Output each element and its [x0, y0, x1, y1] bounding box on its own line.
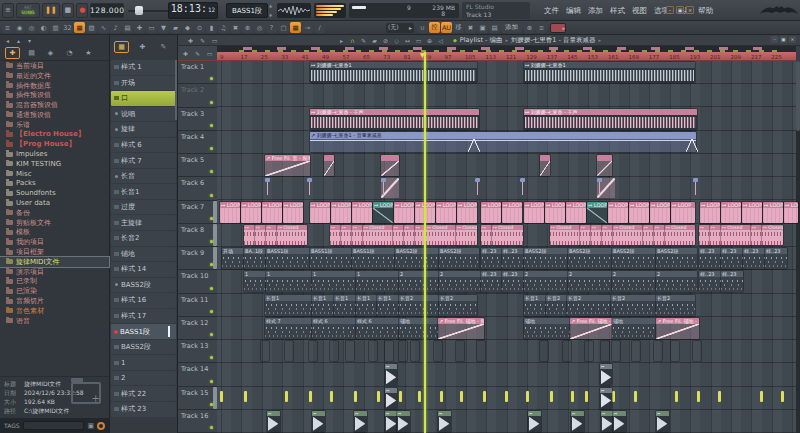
track-header[interactable]: Track 8: [178, 224, 217, 247]
clip-hat[interactable]: ↦: [643, 225, 654, 245]
clip-hat[interactable]: ↦ Closed: [277, 225, 307, 245]
clip-loop[interactable]: ↦ LOOP: [524, 202, 544, 223]
browser-item[interactable]: 备份: [0, 208, 109, 218]
clip-midi[interactable]: 样..23: [721, 271, 743, 292]
folder-plus-icon[interactable]: [71, 382, 101, 404]
close-button[interactable]: ×: [686, 6, 694, 14]
automation-icon[interactable]: ∿: [98, 22, 109, 33]
browser-item[interactable]: 【Electro House】: [0, 130, 109, 140]
plugin-add-icon[interactable]: ✚: [134, 22, 145, 33]
score-icon[interactable]: ♪: [110, 22, 121, 33]
clip-midi[interactable]: 1: [312, 271, 356, 292]
track-mute-led[interactable]: [210, 333, 213, 336]
clip-mini[interactable]: [612, 341, 620, 361]
pl-marker-icon[interactable]: ▭: [205, 49, 214, 58]
stop-button[interactable]: ■: [62, 3, 75, 18]
clip-midi[interactable]: BASS1段: [310, 248, 352, 269]
browser-item[interactable]: User data: [0, 198, 109, 208]
tab-plugins-icon[interactable]: ◈: [43, 47, 58, 59]
oscilloscope[interactable]: [277, 3, 311, 18]
clip-tick[interactable]: [697, 391, 700, 402]
channel-rack-icon[interactable]: ▤: [122, 22, 133, 33]
clip-midi[interactable]: 样..23: [502, 271, 524, 292]
pl-mute-icon[interactable]: ◇: [392, 36, 401, 45]
clip-loop[interactable]: ↦ LOOP: [566, 202, 586, 223]
clip-mini[interactable]: [456, 341, 464, 361]
browser-item[interactable]: 剪贴板文件: [0, 218, 109, 228]
clip-midi[interactable]: BASS1段: [352, 248, 395, 269]
pl-draw-icon[interactable]: ✎: [359, 36, 368, 45]
clip-mini[interactable]: [261, 341, 269, 361]
clip-midi[interactable]: BASS1段: [266, 248, 310, 269]
clip-midi[interactable]: 长音1: [524, 295, 546, 316]
cut-icon[interactable]: ✖: [230, 22, 241, 33]
clip-midi[interactable]: 样式 6: [312, 318, 356, 339]
pl-restore[interactable]: ▣: [780, 36, 787, 43]
track-mute-led[interactable]: [210, 194, 213, 197]
clip-mini[interactable]: [671, 341, 679, 361]
clip-midi[interactable]: BASS2段: [524, 248, 568, 269]
tab-files-icon[interactable]: ▤: [24, 47, 39, 59]
clip-mini[interactable]: [540, 341, 548, 361]
clip-autoP[interactable]: ↗ Free Fil. 铺地 - 频率: [570, 318, 612, 339]
pl-delete-icon[interactable]: ⊘: [381, 36, 390, 45]
pattern-mode-icon[interactable]: ▦: [290, 22, 301, 33]
track-mute-led[interactable]: [210, 356, 213, 359]
browser-item[interactable]: 当前项目: [0, 61, 109, 71]
clip-hat[interactable]: ↦: [580, 225, 591, 245]
clip-midi[interactable]: 长音2: [656, 295, 695, 316]
clip-tick[interactable]: [483, 391, 486, 402]
funnel-icon[interactable]: ▼: [158, 22, 169, 33]
folder-icon[interactable]: ▣: [87, 422, 94, 430]
pattern-item[interactable]: 长音2: [111, 231, 176, 246]
clip-hat[interactable]: ↦: [699, 225, 710, 245]
clip-spk[interactable]: [307, 178, 313, 198]
browser-item[interactable]: 项目框架: [0, 247, 109, 257]
clip-wavD[interactable]: ↦ 刘媛媛-七里香1: [524, 62, 695, 83]
pattern-item[interactable]: 样式 7: [111, 153, 176, 168]
clip-wavP[interactable]: ↦ 刘媛媛-七里香 - 干声: [524, 109, 697, 130]
piano-roll-window-icon[interactable]: ▧: [86, 22, 97, 33]
clip-tick[interactable]: [612, 391, 615, 402]
track-mute-led[interactable]: [210, 77, 213, 80]
clip-autoP[interactable]: [597, 155, 612, 176]
pl-minimize[interactable]: –: [771, 36, 778, 43]
clip-hat[interactable]: ↦ Closed: [762, 225, 783, 245]
restore-button[interactable]: ▣: [676, 6, 684, 14]
clip-midi[interactable]: 2: [439, 271, 481, 292]
pattern-item[interactable]: BASS1段: [111, 324, 176, 339]
color-swatch[interactable]: ▸: [550, 23, 566, 33]
playhead-line[interactable]: [424, 52, 426, 433]
pl-select-icon[interactable]: ▭: [414, 36, 423, 45]
browser-item[interactable]: 我的项目: [0, 237, 109, 247]
clip-loop[interactable]: ↦ LOOP: [587, 202, 607, 223]
clip-hat[interactable]: ↦: [481, 225, 492, 245]
add-button[interactable]: 添加: [501, 22, 522, 33]
clip-loop[interactable]: ↦ LOOP: [700, 202, 720, 223]
clip-dip[interactable]: [686, 139, 698, 152]
track-mute-led[interactable]: [210, 426, 213, 429]
buffer-32-icon[interactable]: 32: [62, 22, 73, 33]
clip-crash[interactable]: ↦: [312, 411, 325, 432]
audition-icon[interactable]: AU: [441, 22, 452, 33]
clip-mini[interactable]: [385, 341, 393, 361]
browser-item[interactable]: Soundfonts: [0, 188, 109, 198]
clip-midi[interactable]: 长音2: [611, 295, 656, 316]
clip-midi[interactable]: 样..23: [699, 248, 721, 269]
clip-hat[interactable]: ↦: [266, 225, 277, 245]
clip-hat[interactable]: ↦ Closed: [492, 225, 523, 245]
pl-add-icon[interactable]: ✚: [181, 49, 190, 58]
clip-loop[interactable]: ↦ LOOP: [262, 202, 282, 223]
pl-pencil-icon[interactable]: ✎: [198, 36, 207, 45]
clip-tick[interactable]: [330, 391, 333, 402]
clip-spk[interactable]: [475, 178, 481, 198]
clip-loop[interactable]: ↦ LOOP: [608, 202, 628, 223]
clip-tick[interactable]: [781, 391, 784, 402]
pl-playback-icon[interactable]: ◁: [436, 36, 445, 45]
track-mute-led[interactable]: [210, 124, 213, 127]
scroll-down-icon[interactable]: ▾: [25, 36, 34, 45]
menu-item[interactable]: 文件: [541, 4, 562, 18]
clip-strip[interactable]: [213, 224, 217, 246]
pattern-item[interactable]: 旋律: [111, 122, 176, 137]
browser-item[interactable]: 语音: [0, 316, 109, 326]
